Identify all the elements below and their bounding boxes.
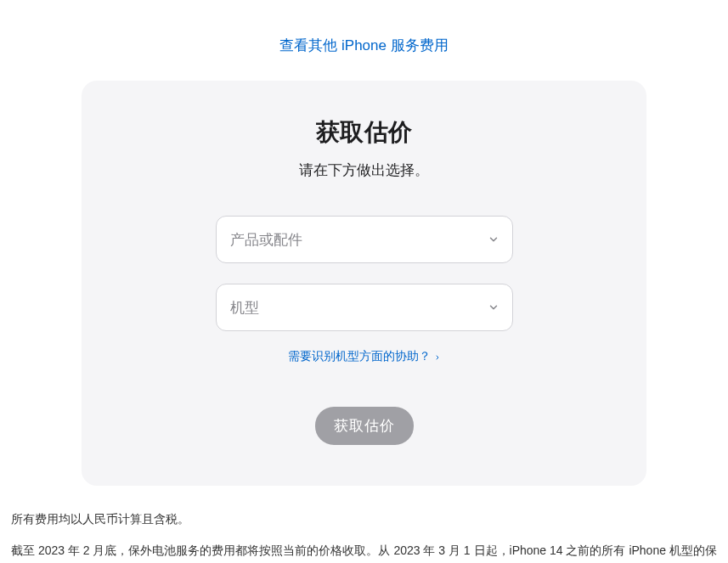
- help-link-container: 需要识别机型方面的协助？: [116, 348, 612, 364]
- help-link-label: 需要识别机型方面的协助？: [288, 349, 431, 364]
- product-select[interactable]: 产品或配件: [216, 216, 513, 263]
- product-select-wrap: 产品或配件: [216, 216, 513, 263]
- footer-text: 所有费用均以人民币计算且含税。 截至 2023 年 2 月底，保外电池服务的费用…: [9, 506, 719, 563]
- top-link-container: 查看其他 iPhone 服务费用: [0, 0, 728, 81]
- card-subtitle: 请在下方做出选择。: [116, 160, 612, 180]
- card-title: 获取估价: [116, 116, 612, 149]
- estimate-card: 获取估价 请在下方做出选择。 产品或配件 机型 需要识别机型方面的协助？ 获取估…: [82, 81, 646, 486]
- model-select-wrap: 机型: [216, 284, 513, 331]
- chevron-right-icon: [434, 350, 441, 363]
- footer-currency-note: 所有费用均以人民币计算且含税。: [11, 506, 717, 532]
- footer-price-note: 截至 2023 年 2 月底，保外电池服务的费用都将按照当前的价格收取。从 20…: [11, 538, 717, 563]
- get-estimate-button[interactable]: 获取估价: [315, 407, 414, 445]
- identify-model-link[interactable]: 需要识别机型方面的协助？: [288, 349, 441, 364]
- footer-price-part1: 截至 2023 年 2 月底，保外电池服务的费用都将按照当前的价格收取。从 20…: [11, 543, 717, 563]
- model-select[interactable]: 机型: [216, 284, 513, 331]
- other-service-link[interactable]: 查看其他 iPhone 服务费用: [279, 37, 448, 53]
